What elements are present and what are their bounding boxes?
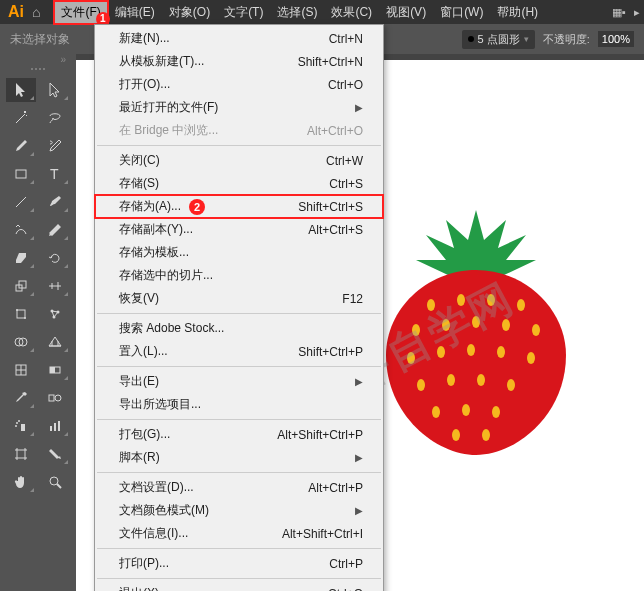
- tool-eyedropper[interactable]: [6, 386, 36, 410]
- menu-item-o[interactable]: 打开(O)...Ctrl+O: [95, 73, 383, 96]
- tool-perspective[interactable]: [40, 330, 70, 354]
- selection-status: 未选择对象: [10, 31, 70, 48]
- svg-point-18: [432, 406, 440, 418]
- menu-item-[interactable]: 存储选中的切片...: [95, 264, 383, 287]
- menu-shortcut: Alt+Ctrl+O: [307, 124, 363, 138]
- menu-item-label: 存储(S): [119, 175, 159, 192]
- tool-puppet[interactable]: [40, 302, 70, 326]
- menu-item-adobestock[interactable]: 搜索 Adobe Stock...: [95, 317, 383, 340]
- svg-point-6: [472, 316, 480, 328]
- menu-item-a[interactable]: 存储为(A)...2Shift+Ctrl+S: [95, 195, 383, 218]
- menu-window[interactable]: 窗口(W): [433, 1, 490, 24]
- menu-item-x[interactable]: 退出(X)Ctrl+Q: [95, 582, 383, 591]
- menu-item-bridge: 在 Bridge 中浏览...Alt+Ctrl+O: [95, 119, 383, 142]
- tool-pencil[interactable]: [40, 218, 70, 242]
- tool-line[interactable]: [6, 190, 36, 214]
- menu-item-p[interactable]: 打印(P)...Ctrl+P: [95, 552, 383, 575]
- tool-symbol-spray[interactable]: [6, 414, 36, 438]
- submenu-arrow-icon: ▶: [355, 376, 363, 387]
- menu-item-[interactable]: 导出所选项目...: [95, 393, 383, 416]
- tool-lasso[interactable]: [40, 106, 70, 130]
- tool-selection[interactable]: [6, 78, 36, 102]
- tool-shapebuilder[interactable]: [6, 330, 36, 354]
- menu-item-y[interactable]: 存储副本(Y)...Alt+Ctrl+S: [95, 218, 383, 241]
- home-icon[interactable]: ⌂: [32, 4, 40, 20]
- menu-item-v[interactable]: 恢复(V)F12: [95, 287, 383, 310]
- arrange-icon[interactable]: ▸: [634, 6, 640, 19]
- tool-rotate[interactable]: [40, 246, 70, 270]
- svg-point-22: [482, 429, 490, 441]
- tool-artboard[interactable]: [6, 442, 36, 466]
- menu-item-d[interactable]: 文档设置(D)...Alt+Ctrl+P: [95, 476, 383, 499]
- tool-mesh[interactable]: [6, 358, 36, 382]
- menu-file-label: 文件(F): [61, 5, 100, 19]
- tool-curvature[interactable]: [40, 134, 70, 158]
- menu-item-m[interactable]: 文档颜色模式(M)▶: [95, 499, 383, 522]
- chevron-down-icon: ▾: [524, 34, 529, 44]
- tool-rectangle[interactable]: [6, 162, 36, 186]
- menu-type[interactable]: 文字(T): [217, 1, 270, 24]
- menu-item-g[interactable]: 打包(G)...Alt+Shift+Ctrl+P: [95, 423, 383, 446]
- menu-select[interactable]: 选择(S): [270, 1, 324, 24]
- tool-eraser[interactable]: [6, 246, 36, 270]
- menu-separator: [97, 366, 381, 367]
- menu-item-label: 文档颜色模式(M): [119, 502, 209, 519]
- tool-scale[interactable]: [6, 274, 36, 298]
- tool-gradient[interactable]: [40, 358, 70, 382]
- tool-wand[interactable]: [6, 106, 36, 130]
- svg-rect-46: [54, 423, 56, 431]
- svg-rect-23: [16, 170, 26, 178]
- menu-edit[interactable]: 编辑(E): [108, 1, 162, 24]
- svg-point-10: [437, 346, 445, 358]
- menu-item-label: 最近打开的文件(F): [119, 99, 218, 116]
- svg-point-15: [447, 374, 455, 386]
- svg-point-17: [507, 379, 515, 391]
- submenu-arrow-icon: ▶: [355, 102, 363, 113]
- toolbox-collapse-icon[interactable]: »: [60, 54, 66, 64]
- stroke-profile-dropdown[interactable]: 5 点圆形 ▾: [462, 30, 535, 49]
- menubar: Ai ⌂ 文件(F) 1 编辑(E) 对象(O) 文字(T) 选择(S) 效果(…: [0, 0, 644, 24]
- tool-slice[interactable]: [40, 442, 70, 466]
- tool-shaper[interactable]: [6, 218, 36, 242]
- tool-free-transform[interactable]: [6, 302, 36, 326]
- svg-point-7: [502, 319, 510, 331]
- svg-point-5: [442, 319, 450, 331]
- menu-items: 文件(F) 1 编辑(E) 对象(O) 文字(T) 选择(S) 效果(C) 视图…: [54, 1, 545, 24]
- tool-pen[interactable]: [6, 134, 36, 158]
- menu-object[interactable]: 对象(O): [162, 1, 217, 24]
- menu-effect[interactable]: 效果(C): [324, 1, 379, 24]
- menu-file[interactable]: 文件(F) 1: [54, 1, 107, 24]
- menu-item-[interactable]: 存储为模板...: [95, 241, 383, 264]
- opacity-value[interactable]: 100%: [598, 31, 634, 47]
- menu-item-label: 在 Bridge 中浏览...: [119, 122, 218, 139]
- artwork-strawberry: [376, 200, 576, 460]
- menu-item-l[interactable]: 置入(L)...Shift+Ctrl+P: [95, 340, 383, 363]
- menu-item-i[interactable]: 文件信息(I)...Alt+Shift+Ctrl+I: [95, 522, 383, 545]
- tool-brush[interactable]: [40, 190, 70, 214]
- menu-item-s[interactable]: 存储(S)Ctrl+S: [95, 172, 383, 195]
- menu-item-label: 文档设置(D)...: [119, 479, 194, 496]
- annotation-badge-2: 2: [189, 199, 205, 215]
- tool-hand[interactable]: [6, 470, 36, 494]
- menu-item-r[interactable]: 脚本(R)▶: [95, 446, 383, 469]
- workspace-icon[interactable]: ▦▪: [612, 6, 626, 19]
- svg-line-25: [16, 197, 26, 207]
- tool-direct-select[interactable]: [40, 78, 70, 102]
- menu-item-e[interactable]: 导出(E)▶: [95, 370, 383, 393]
- menu-view[interactable]: 视图(V): [379, 1, 433, 24]
- menu-item-f[interactable]: 最近打开的文件(F)▶: [95, 96, 383, 119]
- tool-width[interactable]: [40, 274, 70, 298]
- menu-item-t[interactable]: 从模板新建(T)...Shift+Ctrl+N: [95, 50, 383, 73]
- tool-blend[interactable]: [40, 386, 70, 410]
- tool-zoom[interactable]: [40, 470, 70, 494]
- menu-item-label: 导出(E): [119, 373, 159, 390]
- menu-item-c[interactable]: 关闭(C)Ctrl+W: [95, 149, 383, 172]
- menu-item-n[interactable]: 新建(N)...Ctrl+N: [95, 27, 383, 50]
- menu-item-label: 存储为(A)...: [119, 198, 181, 215]
- tool-type[interactable]: T: [40, 162, 70, 186]
- svg-point-8: [532, 324, 540, 336]
- menu-help[interactable]: 帮助(H): [490, 1, 545, 24]
- menu-item-label: 存储为模板...: [119, 244, 189, 261]
- tool-graph[interactable]: [40, 414, 70, 438]
- menu-item-label: 恢复(V): [119, 290, 159, 307]
